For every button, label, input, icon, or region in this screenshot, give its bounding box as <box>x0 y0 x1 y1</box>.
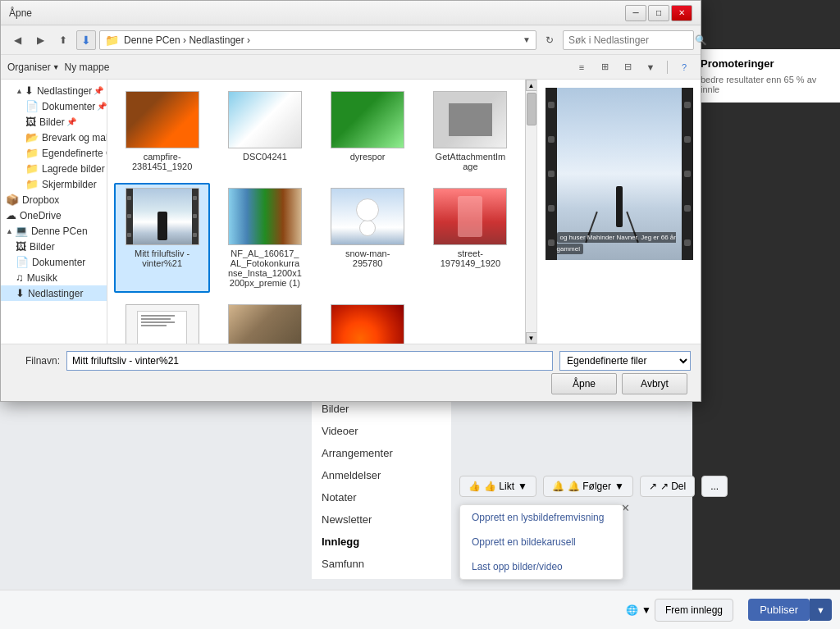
scroll-thumb[interactable] <box>527 93 536 125</box>
scroll-down-button[interactable]: ▼ <box>526 332 537 344</box>
open-button[interactable]: Åpne <box>551 373 617 394</box>
filetype-select[interactable]: Egendefinerte filer <box>559 351 691 371</box>
tree-item-dennepc[interactable]: ▲ 💻 Denne PCen <box>1 223 107 239</box>
likt-button[interactable]: 👍 👍 Likt ▼ <box>459 476 536 497</box>
file-street[interactable]: street-1979149_1920 <box>422 183 518 293</box>
tree-item-nedlastinger[interactable]: ▲ ⬇ Nedlastinger 📌 <box>1 83 107 98</box>
maximize-button[interactable]: □ <box>648 5 669 21</box>
privacy-chevron: ▼ <box>641 604 651 616</box>
tree-item-dokumenter1[interactable]: 📄 Dokumenter 📌 <box>1 98 107 114</box>
film-hole <box>548 136 555 143</box>
tree-item-bilder1[interactable]: 🖼 Bilder 📌 <box>1 114 107 130</box>
nav-arrangementer[interactable]: Arrangementer <box>312 442 451 464</box>
up-button[interactable]: ⬆ <box>53 30 73 50</box>
files-panel: campfire-2381451_1920 DSC04241 dyrespor <box>107 80 525 344</box>
more-button[interactable]: ... <box>701 476 728 497</box>
dialog-titlebar: Åpne ─ □ ✕ <box>1 1 701 25</box>
nav-anmeldelser[interactable]: Anmeldelser <box>312 464 451 486</box>
file-nf[interactable]: NF_AL_160617_AL_Fotokonkurranse_Insta_12… <box>217 183 313 293</box>
help-button[interactable]: ? <box>674 58 694 76</box>
tree-item-dropbox[interactable]: 📦 Dropbox <box>1 192 107 207</box>
promotions-panel: Promoteringer bedre resultater enn 65 % … <box>692 49 840 103</box>
nf-label: NF_AL_160617_AL_Fotokonkurranse_Insta_12… <box>228 248 302 288</box>
file-attachment[interactable]: GetAttachmentImage <box>422 86 518 176</box>
tree-item-musikk[interactable]: ♫ Musikk <box>1 270 107 285</box>
view-dropdown-button[interactable]: ▼ <box>641 58 660 76</box>
facebook-right-panel: Promoteringer bedre resultater enn 65 % … <box>692 0 840 629</box>
film-hole <box>548 171 555 177</box>
tree-item-nedlastinger2[interactable]: ⬇ Nedlastinger <box>1 285 107 301</box>
globe-icon: 🌐 <box>626 604 638 616</box>
tree-item-dokumenter2[interactable]: 📄 Dokumenter <box>1 254 107 270</box>
music-icon: ♫ <box>16 271 24 284</box>
view-list-button[interactable]: ≡ <box>572 58 591 76</box>
campfire-label: campfire-2381451_1920 <box>126 152 199 171</box>
nav-samfunn[interactable]: Samfunn <box>312 553 451 575</box>
view-icon-button[interactable]: ⊟ <box>618 58 637 76</box>
tree-label: Dropbox <box>22 194 59 206</box>
file-campfire[interactable]: campfire-2381451_1920 <box>114 86 210 176</box>
film-hole <box>684 205 691 212</box>
winter-label: Mitt friluftsliv - vinter%21 <box>126 248 199 268</box>
tree-item-lagrede[interactable]: 📁 Lagrede bilder <box>1 161 107 176</box>
filename-input[interactable] <box>66 351 553 371</box>
img-icon2: 🖼 <box>16 240 26 253</box>
close-button[interactable]: ✕ <box>671 5 692 21</box>
frem-innlegg-button[interactable]: Frem innlegg <box>655 599 733 622</box>
cancel-button[interactable]: Avbryt <box>622 373 687 394</box>
titlebar-buttons: ─ □ ✕ <box>625 5 692 21</box>
file-winter[interactable]: Mitt friluftsliv - vinter%21 <box>114 183 210 293</box>
expand-icon2: ▲ <box>6 227 13 235</box>
dialog-toolbar2: Organiser ▼ Ny mappe ≡ ⊞ ⊟ ▼ ? <box>1 55 701 80</box>
thumbnail-grid: campfire-2381451_1920 DSC04241 dyrespor <box>114 86 518 344</box>
view-details-button[interactable]: ⊞ <box>595 58 614 76</box>
dropdown-item-upload[interactable]: Last opp bilder/video <box>460 554 623 579</box>
file-dsc[interactable]: DSC04241 <box>217 86 313 176</box>
publiser-button[interactable]: Publiser <box>748 599 810 621</box>
dropdown-item-carousel[interactable]: Opprett en bildekarusell <box>460 530 623 554</box>
refresh-button[interactable]: ↻ <box>540 30 559 50</box>
nav-newsletter[interactable]: Newsletter <box>312 508 451 531</box>
search-input[interactable] <box>568 34 692 46</box>
organise-label: Organiser <box>7 62 51 73</box>
campfire-thumbnail <box>126 91 199 148</box>
download-button[interactable]: ⬇ <box>76 30 96 50</box>
file-vinterferie[interactable]: vinterferie ringebu 439 <box>217 299 313 344</box>
del-button[interactable]: ↗ ↗ Del <box>640 476 695 497</box>
nav-videoer[interactable]: Videoer <box>312 420 451 442</box>
folger-button[interactable]: 🔔 🔔 Følger ▼ <box>543 476 633 497</box>
img-icon: 🖼 <box>25 116 36 128</box>
organise-button[interactable]: Organiser ▼ <box>7 62 60 73</box>
expand-icon: ▲ <box>16 87 23 95</box>
minimize-button[interactable]: ─ <box>625 5 646 21</box>
tree-item-egendefinerte[interactable]: 📁 Egendefinerte O <box>1 145 107 161</box>
new-folder-button[interactable]: Ny mappe <box>65 62 110 73</box>
scroll-up-button[interactable]: ▲ <box>526 80 537 91</box>
forward-button[interactable]: ▶ <box>30 30 50 50</box>
file-snowman[interactable]: snow-man-295780 <box>320 183 416 293</box>
address-bar[interactable]: 📁 Denne PCen › Nedlastinger › ▼ <box>99 30 536 50</box>
tree-item-brevark[interactable]: 📂 Brevark og mal P <box>1 130 107 145</box>
dropdown-item-slideshow[interactable]: Opprett en lysbildefremvisning <box>460 505 623 530</box>
file-vedlegg[interactable]: vedlegg <box>114 299 210 344</box>
nav-innlegg[interactable]: Innlegg <box>312 531 451 553</box>
tree-item-onedrive[interactable]: ☁ OneDrive <box>1 207 107 223</box>
folder-icon3: 📁 <box>25 147 39 159</box>
del-label: ↗ Del <box>660 481 686 492</box>
folder-icon5: 📁 <box>25 178 39 190</box>
tree-item-bilder2[interactable]: 🖼 Bilder <box>1 239 107 254</box>
file-wood[interactable]: wood-2375744_1920 <box>320 299 416 344</box>
publiser-dropdown-button[interactable]: ▼ <box>810 599 832 621</box>
back-button[interactable]: ◀ <box>7 30 27 50</box>
winter-thumbnail <box>126 188 199 245</box>
dialog-bottom: Filnavn: Egendefinerte filer Åpne Avbryt <box>1 344 701 401</box>
film-hole <box>548 102 555 108</box>
tree-item-skjermbilder[interactable]: 📁 Skjermbilder <box>1 176 107 192</box>
pin-icon: 📌 <box>94 86 103 95</box>
folder-icon: 📁 <box>105 34 119 47</box>
file-dyrespor[interactable]: dyrespor <box>320 86 416 176</box>
address-dropdown[interactable]: ▼ <box>523 35 531 44</box>
dialog-content: ▲ ⬇ Nedlastinger 📌 📄 Dokumenter 📌 🖼 Bild… <box>1 80 701 344</box>
nav-notater[interactable]: Notater <box>312 486 451 508</box>
film-hole <box>684 136 691 143</box>
